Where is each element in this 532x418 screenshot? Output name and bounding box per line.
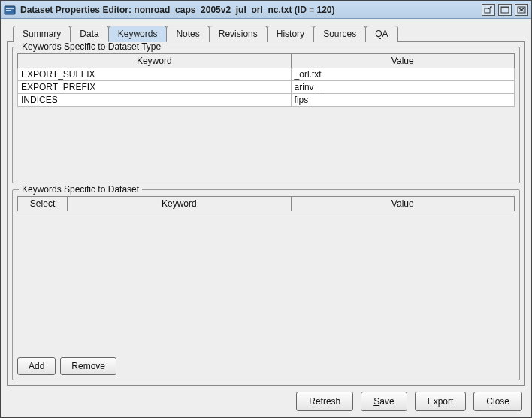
restore-out-button[interactable] [482,4,495,16]
svg-rect-3 [485,8,490,13]
group-title-dataset: Keywords Specific to Dataset [19,184,142,195]
col-header-value[interactable]: Value [291,54,514,68]
footer-buttons: Refresh Save Export Close [7,386,525,413]
type-keywords-table: Keyword Value EXPORT_SUFFIX _orl.txt EXP… [17,53,515,107]
type-keywords-table-wrap: Keyword Value EXPORT_SUFFIX _orl.txt EXP… [17,53,515,172]
col-header-select[interactable]: Select [18,197,68,211]
remove-button[interactable]: Remove [60,357,116,375]
tab-keywords[interactable]: Keywords [108,26,168,42]
tab-revisions[interactable]: Revisions [209,26,268,42]
table-header-row: Select Keyword Value [18,197,515,211]
tab-history[interactable]: History [267,26,314,42]
col-header-keyword[interactable]: Keyword [18,54,292,68]
export-button[interactable]: Export [415,392,467,411]
cell-value: _orl.txt [291,68,514,81]
window-title: Dataset Properties Editor: nonroad_caps_… [20,5,477,15]
tab-content-keywords: Keywords Specific to Dataset Type Keywor… [7,41,525,386]
tab-summary[interactable]: Summary [13,26,71,42]
svg-rect-2 [6,10,11,11]
cell-value: fips [291,94,514,107]
close-window-button[interactable] [515,4,528,16]
cell-keyword: EXPORT_SUFFIX [18,68,292,81]
window-body: Summary Data Keywords Notes Revisions Hi… [1,19,531,417]
table-row[interactable]: INDICES fips [18,94,515,107]
group-dataset-keywords: Keywords Specific to Dataset Select Keyw… [12,189,520,380]
cell-keyword: INDICES [18,94,292,107]
group-dataset-type-keywords: Keywords Specific to Dataset Type Keywor… [12,47,520,183]
tab-sources[interactable]: Sources [313,26,366,42]
group-title-type: Keywords Specific to Dataset Type [19,41,164,52]
col-header-value[interactable]: Value [291,197,514,211]
table-header-row: Keyword Value [18,54,515,68]
window: Dataset Properties Editor: nonroad_caps_… [0,0,532,418]
dataset-keywords-table-wrap: Select Keyword Value [17,196,515,351]
table-row[interactable]: EXPORT_PREFIX arinv_ [18,81,515,94]
col-header-keyword[interactable]: Keyword [68,197,291,211]
tabs-row: Summary Data Keywords Notes Revisions Hi… [7,26,525,42]
save-rest: ave [379,396,394,407]
close-button[interactable]: Close [473,392,522,411]
maximize-button[interactable] [498,4,512,16]
title-bar-buttons [482,4,528,16]
app-icon [4,4,16,16]
tab-data[interactable]: Data [70,26,108,42]
table-row[interactable]: EXPORT_SUFFIX _orl.txt [18,68,515,81]
refresh-button[interactable]: Refresh [296,392,353,411]
tab-qa[interactable]: QA [365,26,397,42]
cell-keyword: EXPORT_PREFIX [18,81,292,94]
dataset-keywords-buttons: Add Remove [17,357,515,375]
cell-value: arinv_ [291,81,514,94]
save-button[interactable]: Save [361,392,407,411]
title-bar: Dataset Properties Editor: nonroad_caps_… [1,1,531,19]
add-button[interactable]: Add [17,357,56,375]
tab-notes[interactable]: Notes [166,26,209,42]
dataset-keywords-table: Select Keyword Value [17,196,515,211]
svg-rect-1 [6,8,14,9]
